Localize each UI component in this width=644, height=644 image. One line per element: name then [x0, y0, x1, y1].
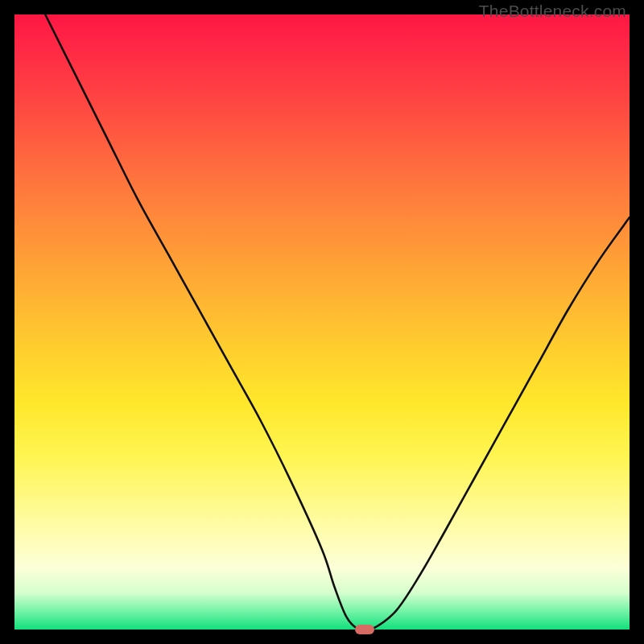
watermark-text: TheBottleneck.com [479, 2, 626, 21]
bottleneck-curve [14, 14, 630, 630]
chart-frame: TheBottleneck.com [0, 0, 644, 644]
plot-area [14, 14, 630, 630]
minimum-marker [355, 625, 374, 634]
